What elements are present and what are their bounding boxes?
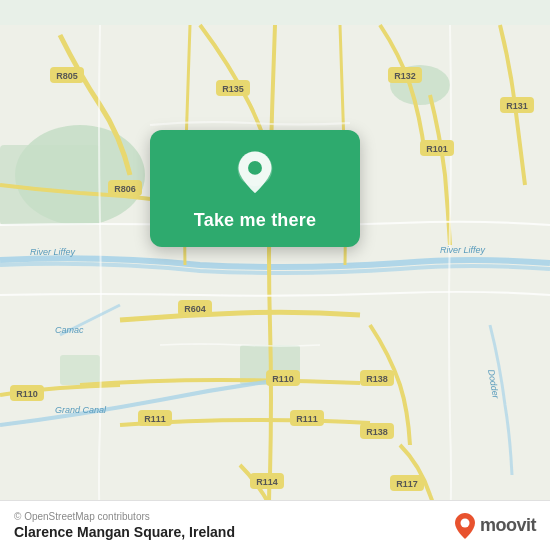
svg-text:R135: R135 bbox=[222, 84, 244, 94]
svg-point-46 bbox=[460, 518, 469, 527]
location-name: Clarence Mangan Square, Ireland bbox=[14, 524, 235, 540]
svg-text:R110: R110 bbox=[272, 374, 294, 384]
take-me-there-button[interactable]: Take me there bbox=[194, 210, 316, 231]
svg-text:R101: R101 bbox=[426, 144, 448, 154]
svg-text:R805: R805 bbox=[56, 71, 78, 81]
svg-text:R806: R806 bbox=[114, 184, 136, 194]
map-background: R805 R806 R135 R135 R132 R101 R131 R604 … bbox=[0, 0, 550, 550]
map-container: R805 R806 R135 R135 R132 R101 R131 R604 … bbox=[0, 0, 550, 550]
svg-text:R110: R110 bbox=[16, 389, 38, 399]
bottom-bar: © OpenStreetMap contributors Clarence Ma… bbox=[0, 500, 550, 550]
svg-text:R131: R131 bbox=[506, 101, 528, 111]
svg-text:R111: R111 bbox=[144, 414, 166, 424]
svg-text:R117: R117 bbox=[396, 479, 418, 489]
svg-text:R111: R111 bbox=[296, 414, 318, 424]
location-card[interactable]: Take me there bbox=[150, 130, 360, 247]
svg-text:Camac: Camac bbox=[55, 325, 84, 335]
svg-text:River Liffey: River Liffey bbox=[440, 245, 486, 255]
svg-text:R604: R604 bbox=[184, 304, 206, 314]
svg-text:R114: R114 bbox=[256, 477, 278, 487]
osm-attribution: © OpenStreetMap contributors bbox=[14, 511, 235, 522]
svg-text:R138: R138 bbox=[366, 427, 388, 437]
svg-text:Grand Canal: Grand Canal bbox=[55, 405, 107, 415]
moovit-logo: moovit bbox=[454, 512, 536, 540]
svg-text:River Liffey: River Liffey bbox=[30, 247, 76, 257]
svg-text:R138: R138 bbox=[366, 374, 388, 384]
svg-text:R132: R132 bbox=[394, 71, 416, 81]
svg-point-45 bbox=[248, 161, 262, 175]
moovit-brand-text: moovit bbox=[480, 515, 536, 536]
location-info: © OpenStreetMap contributors Clarence Ma… bbox=[14, 511, 235, 540]
location-pin-icon bbox=[229, 148, 281, 200]
svg-rect-5 bbox=[60, 355, 100, 385]
moovit-pin-icon bbox=[454, 512, 476, 540]
